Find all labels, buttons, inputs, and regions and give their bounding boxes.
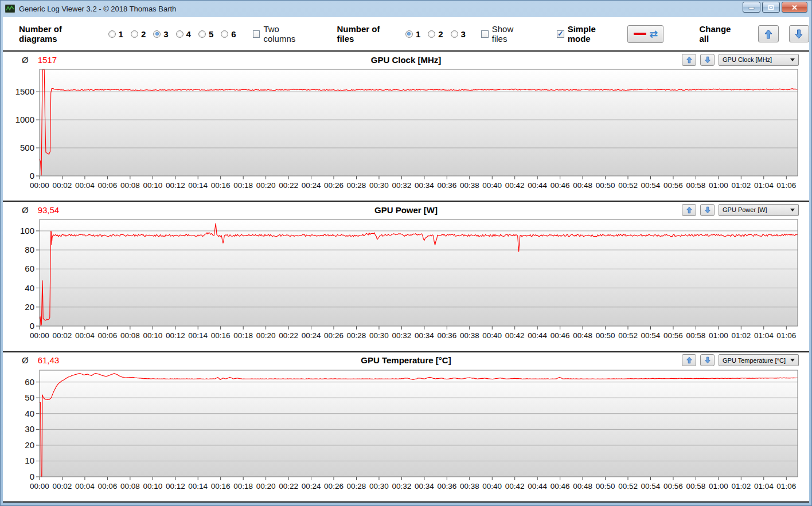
diagram-count-option-3[interactable]: 3 [153,29,168,39]
move-chart-down-button[interactable] [700,54,715,66]
svg-text:20: 20 [25,440,34,450]
svg-text:00:54: 00:54 [641,482,661,491]
svg-text:00:16: 00:16 [211,181,231,190]
file-count-group: 1 2 3 [405,29,473,39]
arrow-up-icon [686,206,692,214]
chart-plot-area: 010203040506000:0000:0200:0400:0600:0800… [3,368,809,501]
svg-text:00:20: 00:20 [256,181,276,190]
svg-text:00:30: 00:30 [369,482,389,491]
svg-text:01:06: 01:06 [776,482,796,491]
show-files-checkbox[interactable]: Show files [481,24,530,44]
svg-text:00:08: 00:08 [120,482,140,491]
svg-text:00:18: 00:18 [233,181,253,190]
svg-text:00:54: 00:54 [641,331,661,340]
svg-text:00:44: 00:44 [528,331,547,340]
svg-text:00:40: 00:40 [482,331,502,340]
move-chart-down-button[interactable] [700,354,715,366]
svg-text:00:18: 00:18 [233,482,253,491]
svg-text:00:10: 00:10 [143,482,162,491]
move-chart-up-button[interactable] [682,204,696,216]
chevron-down-icon [790,359,795,362]
svg-text:00:06: 00:06 [97,482,117,491]
move-chart-down-button[interactable] [700,204,715,216]
file-count-option-2[interactable]: 2 [428,29,443,39]
svg-text:00:56: 00:56 [663,331,683,340]
svg-text:00:02: 00:02 [53,331,72,340]
svg-text:500: 500 [20,143,34,152]
arrow-down-icon [705,356,710,364]
chart-plot-area: 02040608010000:0000:0200:0400:0600:0800:… [3,218,809,351]
svg-text:1000: 1000 [15,115,34,124]
svg-text:00:22: 00:22 [279,331,298,340]
svg-text:40: 40 [25,408,34,418]
line-color-swap-button[interactable]: ⇄ [627,25,663,43]
title-bar[interactable]: Generic Log Viewer 3.2 - © 2018 Thomas B… [0,0,812,17]
svg-text:00:32: 00:32 [392,331,412,340]
chart-panel-gpu-temperature: GPU Temperature [°C] Ø61,43 GPU Temperat… [3,351,809,501]
chart-panel-gpu-clock: GPU Clock [MHz] Ø1517 GPU Clock [MHz] 05… [3,50,809,201]
radio-icon [198,30,206,38]
svg-text:50: 50 [25,393,34,402]
restore-icon [768,5,774,10]
restore-button[interactable] [762,2,780,13]
svg-text:00:18: 00:18 [233,331,253,340]
diagram-count-option-2[interactable]: 2 [131,29,146,39]
diagram-count-option-4[interactable]: 4 [176,29,191,39]
file-count-option-1[interactable]: 1 [405,29,420,39]
file-count-option-3[interactable]: 3 [451,29,466,39]
svg-text:01:00: 01:00 [709,482,728,491]
svg-text:1500: 1500 [15,87,34,96]
signal-selector-dropdown[interactable]: GPU Temperature [°C] [719,354,799,366]
move-chart-up-button[interactable] [682,354,696,366]
svg-text:00:34: 00:34 [415,331,434,340]
svg-text:00:30: 00:30 [369,181,389,190]
svg-text:00:48: 00:48 [573,482,592,491]
svg-text:00:40: 00:40 [482,181,502,190]
svg-text:00:16: 00:16 [211,482,231,491]
radio-icon [428,30,435,38]
change-all-label: Change all [699,24,742,44]
signal-selector-dropdown[interactable]: GPU Power [W] [719,204,799,216]
svg-text:00:56: 00:56 [663,181,683,190]
close-button[interactable] [782,2,807,13]
svg-text:00:38: 00:38 [460,482,479,491]
svg-text:00:00: 00:00 [30,331,49,340]
svg-text:00:14: 00:14 [188,181,208,190]
svg-text:00:12: 00:12 [166,181,185,190]
move-chart-up-button[interactable] [682,54,696,66]
minimize-button[interactable] [743,2,760,13]
diagram-count-option-5[interactable]: 5 [198,29,213,39]
diagram-count-option-1[interactable]: 1 [108,29,123,39]
arrow-up-icon [686,56,692,64]
panel-header: GPU Power [W] Ø93,54 GPU Power [W] [3,202,809,218]
change-all-down-button[interactable] [789,25,809,42]
svg-text:00:50: 00:50 [596,482,615,491]
svg-text:00:58: 00:58 [686,482,706,491]
average-symbol: Ø [22,355,29,365]
arrow-down-icon [705,206,710,214]
window-title: Generic Log Viewer 3.2 - © 2018 Thomas B… [19,5,176,13]
simple-mode-checkbox[interactable]: Simple mode [557,24,620,44]
average-symbol: Ø [22,55,29,65]
two-columns-checkbox[interactable]: Two columns [253,24,313,44]
svg-text:100: 100 [20,226,34,236]
svg-text:00:24: 00:24 [302,181,321,190]
svg-text:00:04: 00:04 [75,482,95,491]
svg-text:0: 0 [30,321,34,331]
main-content: Number of diagrams 1 2 3 4 5 6 Two colum… [3,17,809,503]
signal-selector-dropdown[interactable]: GPU Clock [MHz] [719,54,799,66]
svg-text:00:28: 00:28 [347,482,366,491]
svg-text:01:06: 01:06 [776,331,796,340]
diagram-count-option-6[interactable]: 6 [221,29,236,39]
svg-text:00:50: 00:50 [596,181,615,190]
svg-text:00:28: 00:28 [347,181,366,190]
chevron-down-icon [790,58,795,61]
svg-text:00:46: 00:46 [551,482,570,491]
svg-text:01:00: 01:00 [709,181,728,190]
line-color-sample [634,33,646,35]
svg-text:00:04: 00:04 [75,331,95,340]
svg-text:00:22: 00:22 [279,181,298,190]
svg-text:00:52: 00:52 [618,331,638,340]
svg-text:00:34: 00:34 [415,482,434,491]
change-all-up-button[interactable] [758,25,778,42]
